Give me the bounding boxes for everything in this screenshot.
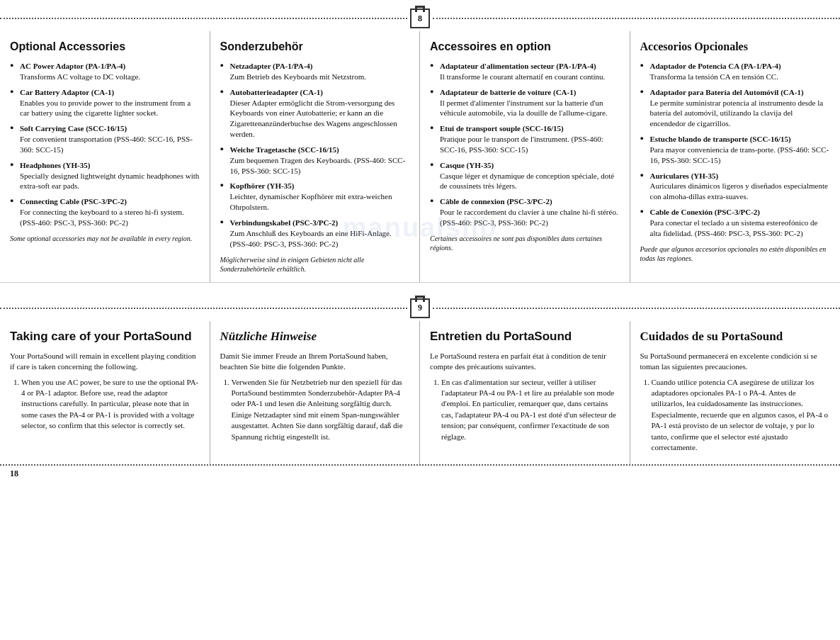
col-note-fr: Certaines accessoires ne sont pas dispon…	[430, 234, 620, 252]
list-item: Adaptador para Batería del Automóvil (CA…	[640, 87, 831, 129]
col-title-de: Sonderzubehör	[220, 40, 410, 54]
list-item: Connecting Cable (PSC-3/PC-2)For connect…	[10, 196, 200, 228]
col-taking-care-en: Taking care of your PortaSound Your Port…	[0, 321, 210, 465]
bottom-divider: 9	[0, 296, 840, 321]
col-body-fr: Le PortaSound restera en parfait état à …	[430, 351, 620, 373]
col-note-de: Möglicherweise sind in einigen Gebieten …	[220, 255, 410, 274]
list-item: Adaptateur de batterie de voiture (CA-1)…	[430, 87, 620, 119]
list-item: Adaptador de Potencia CA (PA-1/PA-4)Tran…	[640, 61, 831, 82]
bottom-col-title-es: Cuidados de su PortaSound	[640, 330, 831, 344]
col-entretien-fr: Entretien du PortaSound Le PortaSound re…	[420, 321, 630, 465]
col-body-es: Su PortaSound permanecerá en excelente c…	[640, 351, 831, 373]
list-item: Kopfhörer (YH-35)Leichter, dynamischer K…	[220, 181, 410, 213]
col-title-fr: Accessoires en option	[430, 40, 620, 54]
mid-spacer	[0, 283, 840, 296]
list-item: Etui de transport souple (SCC-16/15)Prat…	[430, 123, 620, 155]
col-cuidados-es: Cuidados de su PortaSound Su PortaSound …	[630, 321, 841, 465]
col-body-de: Damit Sie immer Freude an Ihrem PortaSou…	[220, 351, 410, 373]
list-item: Estuche blando de transporte (SCC-16/15)…	[640, 134, 831, 166]
list-item: Auriculares (YH-35)Auriculares dinámicos…	[640, 171, 831, 203]
list-item: En cas d'alimentation sur secteur, veill…	[441, 377, 620, 442]
col-list-de: Verwenden Sie für Netzbetrieb nur den sp…	[220, 377, 410, 442]
bottom-col-title-fr: Entretien du PortaSound	[430, 330, 620, 344]
list-item: Cuando utilice potencia CA asegúrese de …	[652, 377, 831, 454]
bottom-line	[0, 464, 840, 466]
col-title-en: Optional Accessories	[10, 40, 200, 54]
list-item: Adaptateur d'alimentation secteur (PA-1/…	[430, 61, 620, 82]
col-note-en: Some optional accessories may not be ava…	[10, 234, 200, 243]
accessories-list-en: AC Power Adaptor (PA-1/PA-4)Transforms A…	[10, 61, 200, 228]
accessories-list-fr: Adaptateur d'alimentation secteur (PA-1/…	[430, 61, 620, 228]
list-item: Casque (YH-35)Casque léger et dynamique …	[430, 160, 620, 192]
col-nutzliche-hinweise-de: Nützliche Hinweise Damit Sie immer Freud…	[210, 321, 421, 465]
col-list-fr: En cas d'alimentation sur secteur, veill…	[430, 377, 620, 442]
col-list-es: Cuando utilice potencia CA asegúrese de …	[640, 377, 831, 454]
col-accesorios-es: Accesorios Opcionales Adaptador de Poten…	[630, 31, 841, 282]
list-item: Car Battery Adaptor (CA-1)Enables you to…	[10, 87, 200, 119]
col-list-en: When you use AC power, be sure to use th…	[10, 377, 200, 432]
accessories-list-es: Adaptador de Potencia CA (PA-1/PA-4)Tran…	[640, 61, 831, 239]
bottom-col-title-de: Nützliche Hinweise	[220, 330, 410, 344]
top-divider: 8	[0, 6, 840, 31]
section-icon-9: 9	[410, 298, 430, 318]
list-item: Cable de Conexión (PSC-3/PC-2)Para conec…	[640, 207, 831, 239]
list-item: Soft Carrying Case (SCC-16/15)For conven…	[10, 123, 200, 155]
col-optional-accessories-en: Optional Accessories AC Power Adaptor (P…	[0, 31, 210, 282]
list-item: Autobatterieadapter (CA-1)Dieser Adapter…	[220, 87, 410, 140]
section-taking-care: Taking care of your PortaSound Your Port…	[0, 321, 840, 465]
list-item: Verbindungskabel (PSC-3/PC-2)Zum Anschlu…	[220, 218, 410, 249]
section-icon-8: 8	[410, 9, 430, 28]
list-item: Netzadapter (PA-1/PA-4)Zum Betrieb des K…	[220, 61, 410, 82]
col-title-es: Accesorios Opcionales	[640, 40, 831, 54]
accessories-list-de: Netzadapter (PA-1/PA-4)Zum Betrieb des K…	[220, 61, 410, 249]
col-note-es: Puede que algunos accesorios opcionales …	[640, 245, 831, 263]
bottom-col-title-en: Taking care of your PortaSound	[10, 330, 200, 344]
col-sonderzubehor-de: Sonderzubehör Netzadapter (PA-1/PA-4)Zum…	[210, 31, 421, 282]
list-item: Weiche Tragetasche (SCC-16/15)Zum bequem…	[220, 145, 410, 176]
section-optional-accessories: Optional Accessories AC Power Adaptor (P…	[0, 31, 840, 283]
list-item: AC Power Adaptor (PA-1/PA-4)Transforms A…	[10, 61, 200, 82]
list-item: Câble de connexion (PSC-3/PC-2)Pour le r…	[430, 196, 620, 228]
page-number: 18	[0, 466, 840, 483]
col-accessoires-fr: Accessoires en option Adaptateur d'alime…	[420, 31, 630, 282]
col-body-en: Your PortaSound will remain in excellent…	[10, 351, 200, 373]
list-item: When you use AC power, be sure to use th…	[21, 377, 200, 432]
list-item: Headphones (YH-35)Specially designed lig…	[10, 160, 200, 192]
list-item: Verwenden Sie für Netzbetrieb nur den sp…	[232, 377, 410, 442]
page: 8 Optional Accessories AC Power Adaptor …	[0, 0, 840, 640]
